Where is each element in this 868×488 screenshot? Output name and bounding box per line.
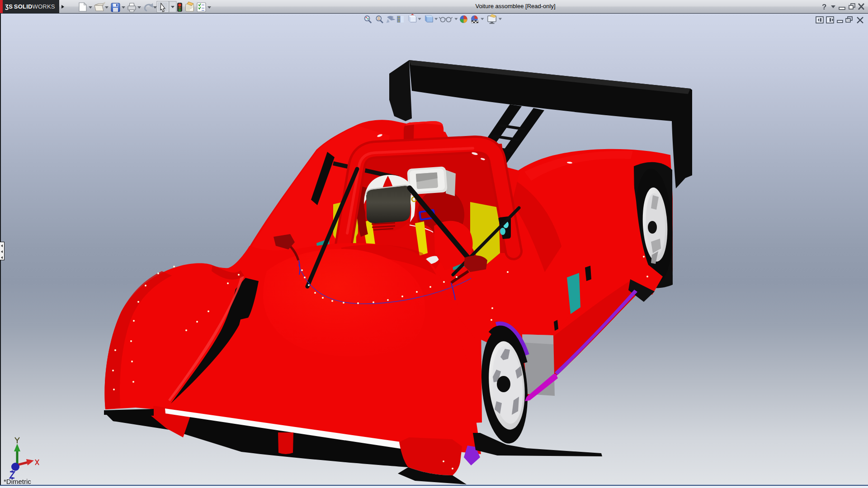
svg-text:?: ? bbox=[822, 3, 826, 11]
